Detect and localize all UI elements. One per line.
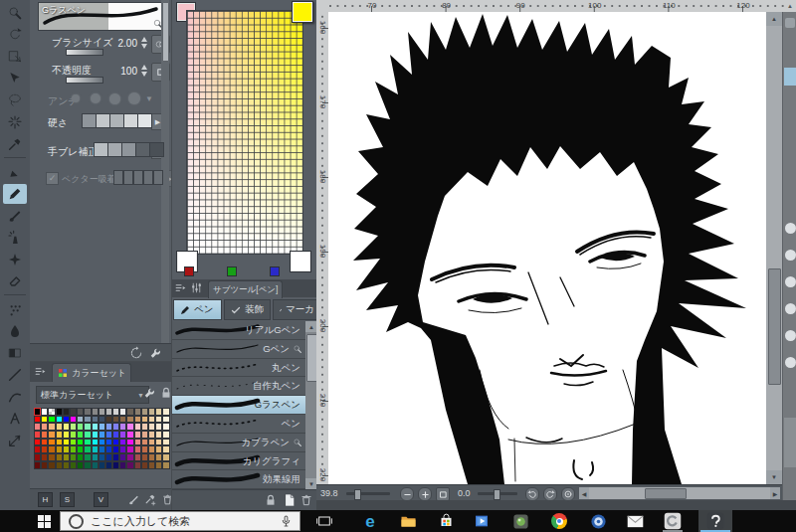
color-swatch[interactable] [84,453,91,461]
color-swatch[interactable] [126,416,133,424]
color-swatch[interactable] [112,423,119,431]
taskbar-search-input[interactable]: ここに入力して検索 [60,511,300,531]
taskbar-icon-chrome[interactable] [547,510,571,532]
subtool-tab-pen[interactable]: ペン [173,299,222,320]
color-swatch[interactable] [162,439,169,446]
color-swatch[interactable] [56,453,63,461]
color-swatch[interactable] [155,439,162,446]
color-swatch[interactable] [34,416,41,424]
brush-item-カリグラフィ[interactable]: カリグラフィ [172,452,305,471]
vector-snap-swatch-4[interactable] [153,170,163,185]
color-swatch[interactable] [84,423,91,431]
anti-aliasing-dropdown-icon[interactable]: ▼ [145,94,153,103]
stabilization-swatch-3[interactable] [135,142,150,157]
color-swatch[interactable] [56,445,63,453]
hardness-swatch-1[interactable] [96,113,110,128]
color-swatch[interactable] [48,453,55,461]
color-swatch[interactable] [70,453,77,461]
color-swatch[interactable] [56,439,63,446]
color-swatch[interactable] [112,439,119,446]
stabilization-swatch-4[interactable] [149,142,164,157]
vector-snap-swatch-3[interactable] [143,170,153,185]
tab-subtool-pen[interactable]: サブツール[ペン] [208,280,283,298]
fit-to-screen-button[interactable] [436,487,450,501]
green-swatch[interactable] [227,266,237,276]
color-swatch[interactable] [70,431,77,439]
color-swatch[interactable] [63,408,70,416]
tool-blend[interactable] [3,299,27,319]
tool-frame[interactable] [3,387,27,407]
stabilization-swatch-0[interactable] [94,142,108,157]
color-swatch[interactable] [141,431,148,439]
vector-snap-swatch-1[interactable] [123,170,133,185]
hardness-swatch-3[interactable] [123,113,138,128]
color-swatch[interactable] [141,408,148,416]
brush-item-Gラスペン[interactable]: Gラスペン [172,396,305,415]
color-swatch[interactable] [41,431,48,439]
brush-size-stepper[interactable] [141,37,148,49]
color-swatch[interactable] [63,423,70,431]
taskbar-icon-store[interactable] [434,510,458,532]
hardness-swatch-0[interactable] [82,113,97,128]
color-swatch[interactable] [155,408,162,416]
color-swatch[interactable] [34,445,41,453]
tool-rotate[interactable] [3,25,27,45]
hsv-button-h[interactable]: H [38,492,53,507]
color-swatch[interactable] [48,445,55,453]
rotation-slider[interactable] [478,492,517,495]
brush-size-slider[interactable] [66,49,103,56]
rotate-cw-button[interactable] [543,487,557,501]
color-swatch[interactable] [126,445,133,453]
color-swatch[interactable] [48,461,55,469]
color-swatch[interactable] [34,423,41,431]
anti-aliasing-option-1[interactable] [91,93,100,103]
color-swatch[interactable] [99,431,105,439]
color-swatch[interactable] [34,461,41,469]
color-swatch[interactable] [84,408,91,416]
brush-item-カブラペン[interactable]: カブラペン [172,434,305,452]
color-swatch[interactable] [41,461,48,469]
zoom-slider[interactable] [346,492,390,495]
color-swatch[interactable] [105,453,112,461]
color-swatch[interactable] [63,445,70,453]
color-swatch[interactable] [92,445,99,453]
color-swatch[interactable] [119,439,126,446]
color-swatch[interactable] [56,408,63,416]
brush-item-効果線用[interactable]: 効果線用 [172,470,305,489]
color-swatch[interactable] [148,431,155,439]
subtool-tab-decoration[interactable]: 装飾 [224,299,271,320]
tool-ruler[interactable] [3,431,27,450]
intermediate-color-grid[interactable] [186,10,303,255]
color-swatch[interactable] [70,461,77,469]
color-swatch[interactable] [48,439,55,446]
blue-swatch[interactable] [270,266,280,276]
color-swatch[interactable] [92,431,99,439]
reset-settings-icon[interactable] [129,346,143,360]
color-swatch[interactable] [105,423,112,431]
color-swatch[interactable] [112,461,119,469]
color-swatch[interactable] [34,408,41,416]
color-swatch[interactable] [99,439,105,446]
taskbar-icon-mail[interactable] [623,510,647,532]
color-swatch[interactable] [162,416,169,424]
color-swatch[interactable] [119,453,126,461]
canvas-vertical-scrollbar[interactable]: ▲ ▼ [766,12,782,484]
brush-item-ペン[interactable]: ペン [172,415,305,434]
color-swatch[interactable] [112,416,119,424]
replace-color-icon[interactable] [144,493,157,506]
color-swatch[interactable] [63,453,70,461]
color-swatch[interactable] [155,416,162,424]
anti-aliasing-option-0[interactable] [72,94,80,102]
color-swatch[interactable] [155,431,162,439]
color-swatch[interactable] [34,453,41,461]
color-swatch[interactable] [119,408,126,416]
opacity-slider[interactable] [66,77,103,84]
color-swatch[interactable] [105,461,112,469]
tool-move-layer[interactable] [3,47,27,67]
color-swatch[interactable] [155,445,162,453]
settings-wrench-icon[interactable] [149,346,163,360]
color-swatch[interactable] [141,461,148,469]
color-swatch[interactable] [119,423,126,431]
tool-object[interactable] [3,69,27,89]
color-swatch[interactable] [41,445,48,453]
